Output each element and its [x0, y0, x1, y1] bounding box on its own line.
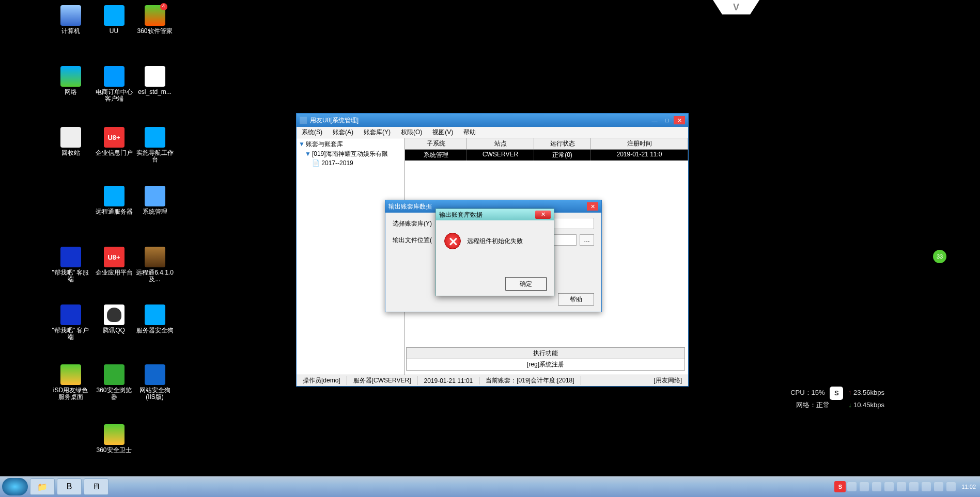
desktop-icon-isd[interactable]: iSD用友绿色服务桌面 [51, 364, 90, 400]
desktop-icon-entapp[interactable]: U8+企业应用平台 [95, 247, 133, 276]
desktop-icon-network[interactable]: 网络 [51, 66, 90, 95]
icon-label: 360安全卫士 [95, 447, 133, 454]
shield-icon: S [830, 387, 843, 400]
icon-label: 网站安全狗(IIS版) [135, 387, 174, 400]
desktop-icon-360browser[interactable]: 360安全浏览器 [95, 364, 133, 400]
titlebar[interactable]: 用友U8[系统管理] — □ ✕ [297, 114, 688, 127]
icon-label: "帮我吧" 客服端 [51, 269, 90, 283]
remote64-icon [145, 247, 165, 267]
export-close-button[interactable]: ✕ [587, 202, 598, 211]
desktop-icon-helpme[interactable]: "帮我吧" 客服端 [51, 247, 90, 283]
icon-label: esl_std_m... [135, 89, 174, 95]
tray-icon[interactable] [872, 482, 881, 491]
ok-button[interactable]: 确定 [505, 277, 547, 291]
grid-row[interactable]: 系统管理 CWSERVER 正常(0) 2019-01-21 11:0 [405, 150, 688, 161]
icon-label: 系统管理 [135, 209, 174, 215]
webdog-icon [145, 364, 165, 385]
error-icon [444, 233, 461, 249]
menu-item[interactable]: 视图(V) [427, 128, 458, 137]
menu-item[interactable]: 权限(O) [396, 128, 427, 137]
download-speed: 10.45kbps [848, 401, 884, 409]
desktop-icon-360mgr[interactable]: 360软件管家 [135, 5, 174, 35]
menu-item[interactable]: 账套(A) [328, 128, 359, 137]
tree-year[interactable]: 📄 2017--2019 [298, 159, 403, 167]
tray-icon[interactable] [934, 482, 943, 491]
tray-icon[interactable] [860, 482, 869, 491]
ecenter-icon [104, 66, 125, 87]
menu-item[interactable]: 账套库(Y) [359, 128, 396, 137]
desktop-icon-computer[interactable]: 计算机 [51, 5, 90, 35]
grid-header: 子系统 站点 运行状态 注册时间 [405, 138, 688, 150]
sogou-ime-icon[interactable]: S [834, 481, 846, 492]
titlebar-title: 用友U8[系统管理] [310, 116, 359, 125]
desktop-icon-ecenter[interactable]: 电商订单中心客户端 [95, 66, 133, 102]
menubar: 系统(S)账套(A)账套库(Y)权限(O)视图(V)帮助 [297, 127, 688, 138]
close-button[interactable]: ✕ [674, 116, 685, 124]
uu-icon [104, 5, 125, 26]
side-bubble[interactable]: 33 [933, 250, 946, 263]
desktop-icon-remserver[interactable]: 远程通服务器 [95, 186, 133, 215]
icon-label: 企业信息门户 [95, 150, 133, 156]
tray-icon[interactable] [922, 482, 931, 491]
error-titlebar[interactable]: 输出账套库数据 ✕ [436, 209, 554, 220]
clock[interactable]: 11:02 [961, 484, 976, 490]
taskbar-app2[interactable]: 🖥 [84, 478, 108, 495]
icon-label: 腾讯QQ [95, 327, 133, 334]
taskbar-app1[interactable]: B [57, 478, 82, 495]
remserver-icon [104, 186, 125, 206]
desktop-icon-uu[interactable]: UU [95, 5, 133, 35]
menu-item[interactable]: 帮助 [458, 128, 481, 137]
tree-root[interactable]: ▼账套与账套库 [298, 139, 403, 149]
error-dialog: 输出账套库数据 ✕ 远程组件初始化失败 确定 [435, 209, 554, 296]
icon-label: 360安全浏览器 [95, 387, 133, 400]
icon-label: "帮我吧" 客户端 [51, 327, 90, 341]
tray-icon[interactable] [909, 482, 919, 491]
status-operator: 操作员[demo] [297, 376, 347, 385]
menu-item[interactable]: 系统(S) [297, 128, 328, 137]
360safe-icon [104, 424, 125, 445]
error-close-button[interactable]: ✕ [535, 211, 551, 219]
maximize-button[interactable]: □ [661, 116, 673, 124]
360mgr-icon [145, 5, 165, 26]
desktop-icon-qq[interactable]: 腾讯QQ [95, 304, 133, 334]
portal-icon: U8+ [104, 127, 125, 148]
desktop-icon-helpcli[interactable]: "帮我吧" 客户端 [51, 304, 90, 341]
desktop-icon-portal[interactable]: U8+企业信息门户 [95, 127, 133, 156]
icon-label: 网络 [51, 89, 90, 95]
start-button[interactable] [2, 478, 28, 495]
desktop-icon-remote64[interactable]: 远程通6.4.1.0及... [135, 247, 174, 283]
upload-speed: 23.56kbps [848, 389, 884, 396]
tree-account[interactable]: ▼[019]海南神耀互动娱乐有限 [298, 149, 403, 159]
360browser-icon [104, 364, 125, 385]
help-button[interactable]: 帮助 [558, 293, 594, 306]
minimize-button[interactable]: — [649, 116, 660, 124]
browse-button[interactable]: … [580, 234, 594, 246]
desktop-icon-sysmgr[interactable]: 系统管理 [135, 186, 174, 215]
desktop-icon-navwork[interactable]: 实施导航工作台 [135, 127, 174, 163]
desktop-icon-recycle[interactable]: 回收站 [51, 127, 90, 156]
isd-icon [60, 364, 81, 385]
srvdog-icon [145, 304, 165, 325]
helpcli-icon [60, 304, 81, 325]
func-panel: 执行功能 [reg]系统注册 [406, 347, 685, 371]
status-account: 当前账套：[019]会计年度:[2018] [479, 376, 581, 385]
icon-label: 计算机 [51, 28, 90, 35]
tray-icon[interactable] [946, 482, 956, 491]
entapp-icon: U8+ [104, 247, 125, 267]
network-icon [60, 66, 81, 87]
helpme-icon [60, 247, 81, 267]
desktop-icon-eslfile[interactable]: esl_std_m... [135, 66, 174, 95]
tray-icon[interactable] [897, 482, 906, 491]
tray-icon[interactable] [847, 482, 857, 491]
error-message: 远程组件初始化失败 [467, 237, 523, 246]
navwork-icon [145, 127, 165, 148]
v-logo-icon: V [733, 2, 739, 13]
desktop-icon-webdog[interactable]: 网站安全狗(IIS版) [135, 364, 174, 400]
tray-icon[interactable] [884, 482, 894, 491]
taskbar-explorer[interactable]: 📁 [30, 478, 55, 495]
icon-label: iSD用友绿色服务桌面 [51, 387, 90, 400]
icon-label: 电商订单中心客户端 [95, 89, 133, 102]
desktop-icon-360safe[interactable]: 360安全卫士 [95, 424, 133, 454]
desktop-icon-srvdog[interactable]: 服务器安全狗 [135, 304, 174, 334]
icon-label: 实施导航工作台 [135, 150, 174, 163]
